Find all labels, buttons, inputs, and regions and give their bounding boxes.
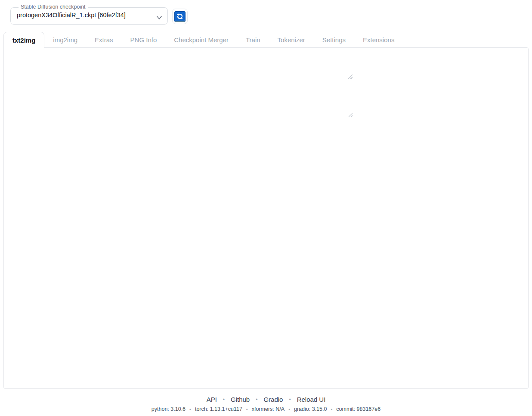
- checkpoint-dropdown[interactable]: Stable Diffusion checkpoint protogenX34O…: [10, 7, 168, 25]
- refresh-icon: [174, 11, 186, 22]
- txt2img-tab-panel: [3, 47, 529, 389]
- tab-checkpoint-merger[interactable]: Checkpoint Merger: [165, 32, 237, 48]
- tab-extras[interactable]: Extras: [86, 32, 122, 48]
- footer-commit-hash: commit: 983167e6: [327, 406, 380, 412]
- refresh-checkpoints-button[interactable]: [172, 9, 188, 24]
- footer-links: API Github Gradio Reload UI: [0, 396, 532, 403]
- tab-png-info[interactable]: PNG Info: [122, 32, 166, 48]
- checkpoint-value: protogenX34OfficialR_1.ckpt [60fe2f34]: [17, 12, 126, 19]
- tab-img2img[interactable]: img2img: [44, 32, 86, 48]
- tab-settings[interactable]: Settings: [314, 32, 354, 48]
- footer-xformers-version: xformers: N/A: [242, 406, 285, 412]
- footer-link-reload-ui[interactable]: Reload UI: [283, 396, 325, 403]
- footer-python-version: python: 3.10.6: [152, 406, 186, 412]
- tab-train[interactable]: Train: [237, 32, 269, 48]
- tab-txt2img[interactable]: txt2img: [3, 32, 44, 48]
- footer-link-github[interactable]: Github: [217, 396, 250, 403]
- tab-tokenizer[interactable]: Tokenizer: [269, 32, 314, 48]
- main-tab-bar: txt2img img2img Extras PNG Info Checkpoi…: [3, 32, 403, 48]
- checkpoint-label: Stable Diffusion checkpoint: [19, 4, 88, 10]
- footer-versions: python: 3.10.6 torch: 1.13.1+cu117 xform…: [0, 406, 532, 412]
- stable-diffusion-webui: Stable Diffusion checkpoint protogenX34O…: [0, 0, 532, 416]
- tab-extensions[interactable]: Extensions: [354, 32, 403, 48]
- chevron-down-icon: [156, 14, 162, 22]
- footer-link-gradio[interactable]: Gradio: [250, 396, 283, 403]
- footer-link-api[interactable]: API: [207, 396, 217, 403]
- footer-torch-version: torch: 1.13.1+cu117: [186, 406, 242, 412]
- footer-gradio-version: gradio: 3.15.0: [285, 406, 327, 412]
